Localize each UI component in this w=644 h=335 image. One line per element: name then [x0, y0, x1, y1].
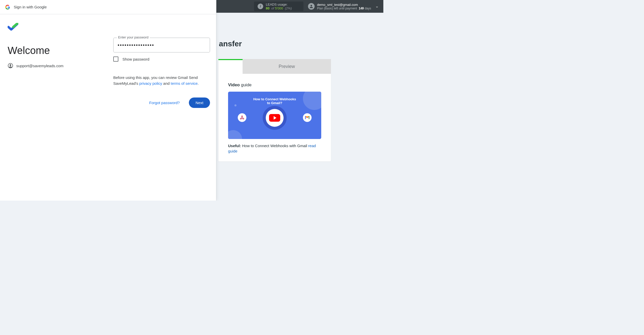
google-logo-icon [5, 5, 10, 10]
page-title-fragment: ansfer [219, 39, 242, 48]
svg-point-3 [243, 118, 244, 119]
svg-point-0 [311, 5, 312, 6]
video-thumb-title: How to Connect Webhooksto Gmail? [228, 97, 321, 105]
google-signin-modal: Sign in with Google Welcome support@save… [0, 0, 216, 201]
video-guide-heading: Video guide [228, 82, 321, 88]
modal-header: Sign in with Google [0, 0, 216, 14]
terms-of-service-link[interactable]: terms of service [171, 81, 198, 86]
app-logo-icon [8, 23, 18, 31]
signed-in-email: support@savemyleads.com [16, 64, 63, 68]
tab-preview[interactable]: Preview [243, 59, 331, 74]
play-icon [266, 109, 284, 127]
show-password-toggle[interactable]: Show password [113, 57, 210, 62]
policy-text: Before using this app, you can review Gm… [113, 75, 210, 86]
svg-point-5 [10, 64, 11, 66]
webhook-icon [238, 113, 246, 122]
password-label: Enter your password [117, 35, 150, 39]
chevron-down-icon[interactable]: ⌄ [375, 5, 379, 8]
show-password-label: Show password [122, 57, 149, 61]
tab-active[interactable] [218, 59, 243, 74]
password-input[interactable] [113, 38, 210, 52]
leads-usage-block: i LEADS usage: 80 of 5'000 (2%) [254, 2, 303, 11]
leads-label: LEADS usage: [266, 3, 292, 6]
gmail-icon [303, 113, 312, 122]
account-block[interactable]: demo_sml_test@gmail.com Plan |Basic| lef… [308, 3, 371, 10]
svg-point-1 [242, 116, 243, 117]
email-chip: support@savemyleads.com [8, 63, 108, 68]
account-plan: Plan |Basic| left until payment 149 days [317, 7, 371, 10]
privacy-policy-link[interactable]: privacy policy [139, 81, 162, 86]
next-button[interactable]: Next [189, 97, 210, 108]
useful-text: Useful: How to Connect Webhooks with Gma… [228, 143, 321, 154]
side-card: Preview Video guide How to Connect Webho… [218, 59, 331, 161]
checkbox-icon [113, 57, 118, 62]
video-thumbnail[interactable]: How to Connect Webhooksto Gmail? [228, 92, 321, 139]
avatar-icon [308, 3, 315, 10]
person-icon [8, 63, 13, 68]
leads-values: 80 of 5'000 (2%) [266, 6, 292, 10]
welcome-heading: Welcome [8, 45, 108, 56]
forgot-password-link[interactable]: Forgot password? [149, 101, 180, 105]
modal-header-text: Sign in with Google [14, 5, 47, 9]
info-icon: i [258, 4, 263, 9]
account-email: demo_sml_test@gmail.com [317, 3, 371, 7]
svg-point-2 [240, 118, 241, 119]
